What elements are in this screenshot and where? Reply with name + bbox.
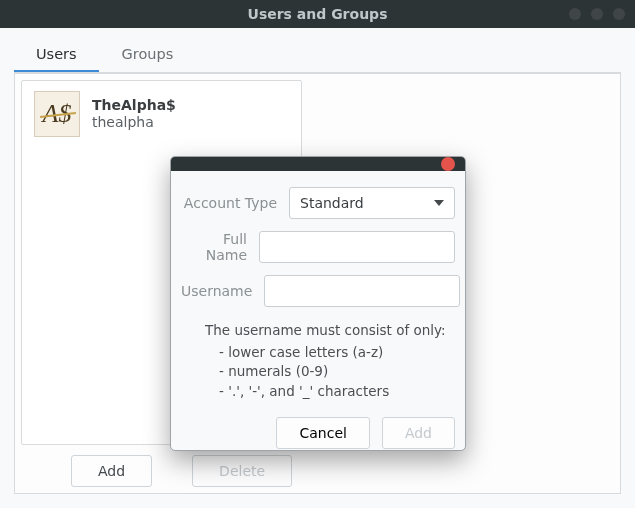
close-icon[interactable] bbox=[613, 8, 625, 20]
user-login: thealpha bbox=[92, 114, 176, 132]
hint-rule: numerals (0-9) bbox=[219, 362, 455, 382]
hint-rules: lower case letters (a-z) numerals (0-9) … bbox=[219, 343, 455, 402]
account-type-value: Standard bbox=[300, 195, 364, 211]
delete-button: Delete bbox=[192, 455, 292, 487]
hint-header: The username must consist of only: bbox=[205, 321, 455, 341]
add-button[interactable]: Add bbox=[71, 455, 152, 487]
hint-rule: '.', '-', and '_' characters bbox=[219, 382, 455, 402]
tab-groups[interactable]: Groups bbox=[100, 38, 196, 72]
list-item[interactable]: A$ TheAlpha$ thealpha bbox=[28, 87, 295, 141]
dialog-add-button: Add bbox=[382, 417, 455, 449]
window-title: Users and Groups bbox=[248, 6, 388, 22]
cancel-button[interactable]: Cancel bbox=[276, 417, 369, 449]
username-hint: The username must consist of only: lower… bbox=[181, 319, 455, 401]
avatar: A$ bbox=[34, 91, 80, 137]
dialog-body: Account Type Standard Full Name Username… bbox=[171, 171, 465, 409]
username-label: Username bbox=[181, 283, 264, 299]
account-type-label: Account Type bbox=[181, 195, 289, 211]
add-user-dialog: Account Type Standard Full Name Username… bbox=[170, 156, 466, 451]
dialog-titlebar bbox=[171, 157, 465, 171]
full-name-label: Full Name bbox=[181, 231, 259, 263]
main-button-row: Add Delete bbox=[21, 445, 614, 487]
row-full-name: Full Name bbox=[181, 231, 455, 263]
chevron-down-icon bbox=[434, 200, 444, 206]
user-meta: TheAlpha$ thealpha bbox=[92, 97, 176, 132]
tab-bar: Users Groups bbox=[14, 38, 621, 73]
tab-users[interactable]: Users bbox=[14, 38, 99, 72]
row-account-type: Account Type Standard bbox=[181, 187, 455, 219]
full-name-field[interactable] bbox=[259, 231, 455, 263]
main-titlebar: Users and Groups bbox=[0, 0, 635, 28]
account-type-select[interactable]: Standard bbox=[289, 187, 455, 219]
hint-rule: lower case letters (a-z) bbox=[219, 343, 455, 363]
row-username: Username bbox=[181, 275, 455, 307]
window-controls bbox=[569, 8, 625, 20]
minimize-icon[interactable] bbox=[569, 8, 581, 20]
dialog-actions: Cancel Add bbox=[171, 409, 465, 451]
maximize-icon[interactable] bbox=[591, 8, 603, 20]
user-display-name: TheAlpha$ bbox=[92, 97, 176, 115]
username-field[interactable] bbox=[264, 275, 460, 307]
close-icon[interactable] bbox=[441, 157, 455, 171]
